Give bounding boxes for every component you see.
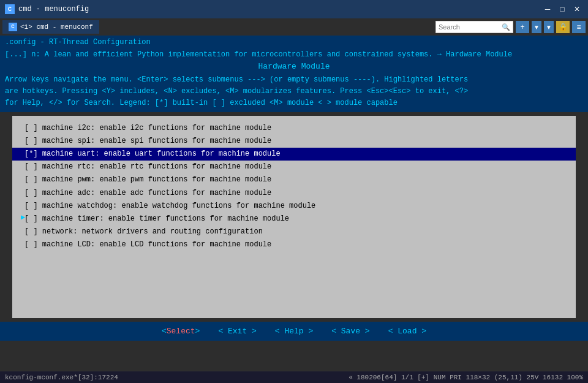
- status-left: kconfig-mconf.exe*[32]:17224: [5, 374, 118, 381]
- title-bar-controls: ─ □ ✕: [541, 3, 583, 15]
- menu-item[interactable]: [ ] machine adc: enable adc functions fo…: [12, 187, 576, 200]
- help-text: Arrow keys navigate the menu. <Enter> se…: [0, 72, 588, 112]
- status-middle: « 180206[64] 1/1 [+] NUM PRI 118×32 (25,…: [349, 374, 583, 381]
- maximize-button[interactable]: □: [556, 3, 568, 15]
- menu-item[interactable]: [ ] network: network drivers and routing…: [12, 226, 576, 238]
- save-label: < Save >: [331, 327, 369, 336]
- load-label: < Load >: [388, 327, 426, 336]
- select-bracket-open: <: [162, 327, 167, 336]
- help-line-3: for Help, </> for Search. Legend: [*] bu…: [5, 97, 583, 109]
- select-button[interactable]: <Select>: [162, 327, 200, 336]
- title-bar-left: C cmd - menuconfig: [5, 4, 89, 14]
- lock-button[interactable]: 🔒: [556, 21, 570, 33]
- new-tab-button[interactable]: +: [516, 21, 529, 33]
- cmd-icon: C: [5, 4, 15, 14]
- button-bar: <Select> < Exit > < Help > < Save > < Lo…: [0, 322, 588, 341]
- help-line-2: are hotkeys. Pressing <Y> includes, <N> …: [5, 86, 583, 97]
- tab-bar-right: 🔍 + ▼ ▼ 🔒 ≡: [435, 21, 586, 33]
- dropdown-button-1[interactable]: ▼: [532, 21, 541, 33]
- tab-item-1[interactable]: C <1> cmd - menuconf: [2, 20, 99, 34]
- close-button[interactable]: ✕: [571, 3, 583, 15]
- save-button[interactable]: < Save >: [331, 327, 369, 336]
- menu-container: ▶ [ ] machine i2c: enable i2c functions …: [12, 116, 576, 318]
- terminal-area: .config - RT-Thread Configuration [...] …: [0, 36, 588, 371]
- info-bar-breadcrumb: [...] n: A lean and efficient Python imp…: [0, 49, 588, 61]
- menu-item[interactable]: [ ] machine LCD: enable LCD functions fo…: [12, 238, 576, 251]
- menu-item[interactable]: [ ] machine timer: enable timer function…: [12, 213, 576, 226]
- help-line-1: Arrow keys navigate the menu. <Enter> se…: [5, 74, 583, 86]
- menu-item[interactable]: [ ] machine watchdog: enable watchdog fu…: [12, 200, 576, 213]
- menu-item[interactable]: [ ] machine pwm: enable pwm functions fo…: [12, 173, 576, 186]
- select-inner: Select: [167, 327, 195, 336]
- search-input[interactable]: [439, 23, 500, 31]
- help-button[interactable]: < Help >: [275, 327, 313, 336]
- minimize-button[interactable]: ─: [541, 3, 554, 15]
- menu-item[interactable]: [ ] machine rtc: enable rtc functions fo…: [12, 161, 576, 173]
- status-bar: kconfig-mconf.exe*[32]:17224 « 180206[64…: [0, 371, 588, 383]
- select-bracket-close: >: [195, 327, 200, 336]
- config-line: .config - RT-Thread Configuration: [5, 38, 151, 47]
- title-bar-text: cmd - menuconfig: [18, 5, 89, 13]
- load-button[interactable]: < Load >: [388, 327, 426, 336]
- menu-items-container: [ ] machine i2c: enable i2c functions fo…: [12, 122, 576, 252]
- menu-item[interactable]: [*] machine uart: enable uart functions …: [12, 148, 576, 161]
- tab-label: <1> cmd - menuconf: [20, 23, 93, 31]
- tab-bar: C <1> cmd - menuconf 🔍 + ▼ ▼ 🔒 ≡: [0, 18, 588, 36]
- menu-item[interactable]: [ ] machine spi: enable spi functions fo…: [12, 135, 576, 148]
- search-icon: 🔍: [502, 23, 510, 31]
- dropdown-button-2[interactable]: ▼: [544, 21, 554, 33]
- title-bar: C cmd - menuconfig ─ □ ✕: [0, 0, 588, 18]
- info-bar-config: .config - RT-Thread Configuration: [0, 36, 588, 49]
- menu-item[interactable]: [ ] machine i2c: enable i2c functions fo…: [12, 122, 576, 135]
- content-title: Hardware Module: [0, 61, 588, 72]
- help-label: < Help >: [275, 327, 313, 336]
- menu-lines-button[interactable]: ≡: [572, 21, 586, 33]
- exit-label: < Exit >: [218, 327, 256, 336]
- tab-icon: C: [9, 23, 17, 31]
- left-indicator: ▶: [21, 212, 25, 221]
- exit-button[interactable]: < Exit >: [218, 327, 256, 336]
- breadcrumb: [...] n: A lean and efficient Python imp…: [5, 50, 512, 59]
- search-box: 🔍: [435, 21, 513, 33]
